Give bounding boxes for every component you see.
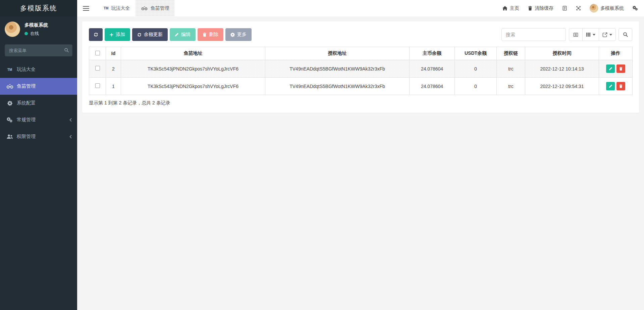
row-edit-button[interactable] <box>606 64 615 73</box>
cell-auth-time: 2022-12-12 09:54:31 <box>525 78 599 95</box>
sidebar-search <box>5 44 72 56</box>
sidebar-item-permission-mgmt[interactable]: 权限管理 <box>0 128 77 145</box>
top-navbar: TM 玩法大全 鱼苗管理 主页 清除缓存 <box>77 0 644 16</box>
main-content: 添加 余额更新 编辑 <box>77 16 644 310</box>
plus-icon <box>110 33 113 37</box>
users-icon <box>5 134 14 139</box>
pagination-toggle-button[interactable] <box>569 28 583 41</box>
col-header-main-balance: 主币余额 <box>410 47 455 60</box>
columns-dropdown-button[interactable] <box>582 28 599 41</box>
row-checkbox[interactable] <box>95 83 100 88</box>
toolbar-left: 添加 余额更新 编辑 <box>89 28 252 41</box>
online-dot-icon <box>24 32 28 35</box>
cogs-icon <box>5 117 14 123</box>
settings-cogs-icon[interactable] <box>633 6 638 11</box>
home-icon <box>502 6 507 10</box>
gear-icon <box>230 33 235 37</box>
trash-icon <box>528 6 532 11</box>
row-edit-button[interactable] <box>606 82 615 90</box>
col-header-id: Id <box>106 47 121 60</box>
cell-chain: trc <box>497 78 525 95</box>
col-header-usdt-balance: USDT余额 <box>455 47 497 60</box>
row-delete-button[interactable] <box>616 64 625 73</box>
cell-usdt-balance: 0 <box>455 60 497 78</box>
table-search-input[interactable] <box>501 28 566 41</box>
table-header-row: Id 鱼苗地址 授权地址 主币余额 USDT余额 授权链 授权时间 操作 <box>89 47 633 60</box>
navbar-right: 主页 清除缓存 多模板系统 <box>502 4 644 12</box>
home-label: 主页 <box>510 5 519 11</box>
tab-label: 鱼苗管理 <box>150 5 169 11</box>
tab-yumiao[interactable]: 鱼苗管理 <box>136 0 175 16</box>
balance-update-button[interactable]: 余额更新 <box>132 28 168 41</box>
pencil-icon <box>175 33 179 37</box>
sidebar-search-input[interactable] <box>5 44 72 56</box>
caret-down-icon <box>609 34 612 36</box>
row-checkbox[interactable] <box>95 66 100 71</box>
col-header-chain: 授权链 <box>497 47 525 60</box>
caret-down-icon <box>593 34 595 36</box>
cell-fry-address: TK3kSc543jPNDN2Gkpos7shVYoLgJrcVF6 <box>121 78 265 95</box>
cell-auth-address: TV49nEADdqtS5BGfWotN1KWW9Ak32r3xFb <box>265 60 410 78</box>
row-delete-button[interactable] <box>616 82 625 90</box>
user-status-label: 在线 <box>30 31 39 37</box>
cell-main-balance: 24.078604 <box>410 78 455 95</box>
fullscreen-icon[interactable] <box>576 6 581 11</box>
table-card: 添加 余额更新 编辑 <box>82 21 639 113</box>
balance-update-label: 余额更新 <box>144 32 163 38</box>
col-header-actions: 操作 <box>599 47 633 60</box>
search-icon <box>64 48 69 53</box>
search-button[interactable] <box>619 28 632 41</box>
refresh-button[interactable] <box>89 28 103 41</box>
avatar <box>590 4 598 12</box>
chevron-left-icon <box>69 118 72 122</box>
toolbar-right <box>501 28 632 41</box>
user-menu[interactable]: 多模板系统 <box>590 4 624 12</box>
add-button[interactable]: 添加 <box>105 28 130 41</box>
cell-auth-time: 2022-12-12 10:14:13 <box>525 60 599 78</box>
sidebar-item-yumiao[interactable]: 鱼苗管理 <box>0 78 77 95</box>
user-panel: 多模板系统 在线 <box>0 16 77 40</box>
refresh-icon <box>137 33 142 37</box>
sidebar-item-system-config[interactable]: 系统配置 <box>0 95 77 112</box>
cell-chain: trc <box>497 60 525 78</box>
cell-fry-address: TK3kSc543jPNDN2Gkpos7shVYoLgJrcVF6 <box>121 60 265 78</box>
more-button[interactable]: 更多 <box>225 28 252 41</box>
edit-button[interactable]: 编辑 <box>170 28 196 41</box>
col-header-auth-time: 授权时间 <box>525 47 599 60</box>
tm-icon: TM <box>5 68 14 72</box>
add-label: 添加 <box>116 32 125 38</box>
sidebar-item-label: 常规管理 <box>17 117 36 123</box>
select-all-checkbox[interactable] <box>95 51 100 55</box>
cell-usdt-balance: 0 <box>455 78 497 95</box>
sidebar-item-label: 玩法大全 <box>17 67 36 73</box>
sidebar-item-label: 鱼苗管理 <box>17 83 36 89</box>
tab-label: 玩法大全 <box>111 5 130 11</box>
cell-id: 2 <box>106 60 121 78</box>
delete-button[interactable]: 删除 <box>198 28 223 41</box>
edit-label: 编辑 <box>181 32 191 38</box>
tab-wanfa[interactable]: TM 玩法大全 <box>98 0 136 16</box>
col-header-auth-address: 授权地址 <box>265 47 410 60</box>
user-avatar <box>5 21 20 37</box>
user-name: 多模板系统 <box>24 22 48 28</box>
clear-cache-link[interactable]: 清除缓存 <box>528 5 553 11</box>
gear-icon <box>5 101 14 106</box>
tm-icon: TM <box>104 6 108 10</box>
cell-id: 1 <box>106 78 121 95</box>
language-icon[interactable] <box>562 6 567 11</box>
trash-icon <box>203 33 207 37</box>
table-row: 1 TK3kSc543jPNDN2Gkpos7shVYoLgJrcVF6 TV4… <box>89 78 633 95</box>
delete-label: 删除 <box>209 32 218 38</box>
home-link[interactable]: 主页 <box>502 5 519 11</box>
user-status: 在线 <box>24 31 48 37</box>
owl-goggles-icon <box>5 84 14 89</box>
cell-main-balance: 24.078604 <box>410 60 455 78</box>
fry-table: Id 鱼苗地址 授权地址 主币余额 USDT余额 授权链 授权时间 操作 2 T… <box>89 47 633 95</box>
nav-tabs: TM 玩法大全 鱼苗管理 <box>98 0 175 16</box>
sidebar-item-wanfa[interactable]: TM 玩法大全 <box>0 61 77 78</box>
sidebar: 多模版系统 多模板系统 在线 TM 玩法大全 <box>0 0 77 310</box>
chevron-left-icon <box>69 135 72 139</box>
export-dropdown-button[interactable] <box>599 28 616 41</box>
sidebar-item-general-mgmt[interactable]: 常规管理 <box>0 112 77 128</box>
sidebar-toggle-button[interactable] <box>77 0 95 16</box>
